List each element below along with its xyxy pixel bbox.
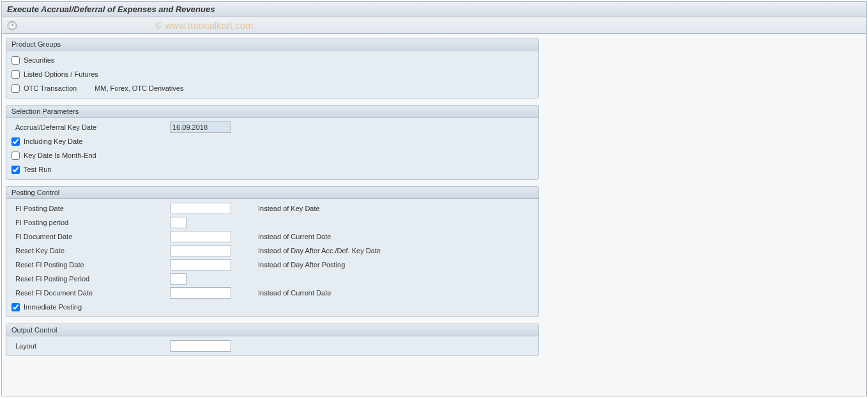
fi-posting-period-label: FI Posting period — [10, 219, 170, 226]
output-control-header: Output Control — [6, 324, 538, 336]
fi-posting-date-label: FI Posting Date — [10, 205, 170, 212]
reset-fi-posting-period-field[interactable] — [170, 273, 187, 285]
securities-label: Securities — [24, 56, 54, 64]
fi-posting-period-field[interactable] — [170, 217, 187, 228]
listed-options-checkbox[interactable] — [11, 70, 20, 79]
otc-checkbox[interactable] — [11, 84, 20, 93]
posting-control-header: Posting Control — [6, 187, 538, 199]
reset-key-date-hint: Instead of Day After Acc./Def. Key Date — [258, 247, 381, 254]
key-date-label: Accrual/Deferral Key Date — [10, 123, 170, 131]
month-end-label: Key Date Is Month-End — [24, 152, 96, 159]
layout-field[interactable] — [170, 340, 231, 352]
including-key-date-label: Including Key Date — [24, 137, 82, 145]
reset-key-date-label: Reset Key Date — [10, 247, 170, 254]
reset-fi-posting-date-hint: Instead of Day After Posting — [258, 261, 345, 269]
page-title: Execute Accrual/Deferral of Expenses and… — [2, 2, 866, 17]
layout-label: Layout — [10, 342, 170, 350]
watermark-text: © www.tutorialkart.com — [155, 20, 254, 31]
reset-fi-posting-period-label: Reset FI Posting Period — [10, 275, 170, 283]
selection-parameters-header: Selection Parameters — [6, 106, 538, 118]
listed-options-label: Listed Options / Futures — [24, 70, 98, 78]
reset-fi-document-date-label: Reset FI Document Date — [10, 289, 170, 297]
otc-label: OTC Transaction — [24, 84, 77, 92]
including-key-date-checkbox[interactable] — [11, 137, 20, 146]
reset-key-date-field[interactable] — [170, 245, 231, 256]
month-end-checkbox[interactable] — [11, 152, 20, 160]
fi-document-date-hint: Instead of Current Date — [258, 233, 331, 240]
product-groups-panel: Product Groups Securities Listed Options… — [6, 38, 539, 98]
reset-fi-posting-date-field[interactable] — [170, 259, 231, 270]
output-control-panel: Output Control Layout — [6, 324, 539, 356]
immediate-posting-label: Immediate Posting — [24, 303, 82, 311]
immediate-posting-checkbox[interactable] — [11, 303, 20, 311]
test-run-checkbox[interactable] — [11, 166, 20, 174]
fi-document-date-field[interactable] — [170, 231, 231, 242]
fi-document-date-label: FI Document Date — [10, 233, 170, 240]
fi-posting-date-hint: Instead of Key Date — [258, 205, 320, 212]
test-run-label: Test Run — [24, 166, 51, 173]
product-groups-header: Product Groups — [6, 38, 538, 51]
reset-fi-document-date-hint: Instead of Current Date — [258, 289, 331, 297]
selection-parameters-panel: Selection Parameters Accrual/Deferral Ke… — [6, 105, 539, 180]
app-toolbar: © www.tutorialkart.com — [2, 17, 866, 34]
key-date-field[interactable]: 16.09.2018 — [170, 121, 231, 133]
securities-checkbox[interactable] — [11, 56, 20, 65]
reset-fi-posting-date-label: Reset FI Posting Date — [10, 261, 170, 269]
otc-extra-text: MM, Forex, OTC Derivatives — [95, 84, 183, 92]
reset-fi-document-date-field[interactable] — [170, 287, 231, 299]
fi-posting-date-field[interactable] — [170, 203, 231, 214]
posting-control-panel: Posting Control FI Posting Date Instead … — [6, 186, 539, 317]
execute-icon[interactable] — [7, 20, 17, 31]
